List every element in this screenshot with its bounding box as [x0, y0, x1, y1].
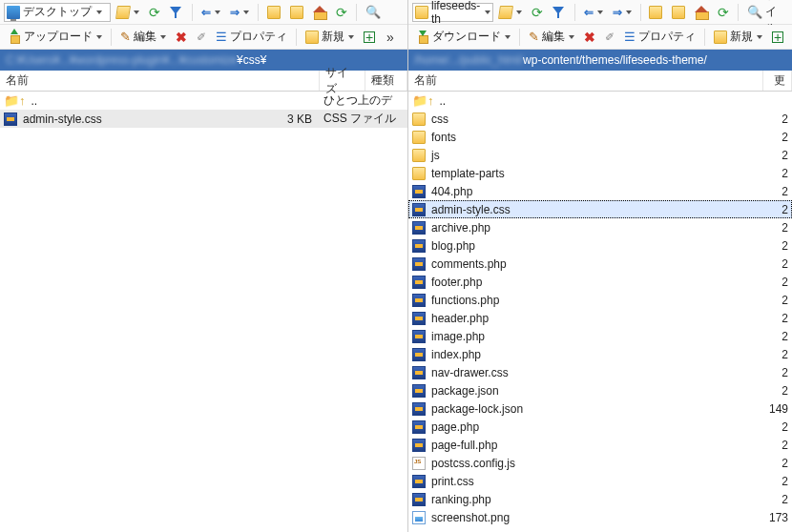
file-row[interactable]: package.json2	[408, 381, 792, 399]
remote-path-combo[interactable]: lifeseeds-th	[412, 3, 493, 22]
plus-icon: +	[364, 31, 375, 43]
home-button[interactable]	[309, 4, 330, 21]
json-file-icon	[412, 384, 426, 398]
file-row[interactable]: nav-drawer.css2	[408, 363, 792, 381]
chevron-down-icon	[757, 35, 762, 39]
file-name: package.json	[431, 384, 754, 398]
file-right: 2	[760, 203, 788, 216]
file-row[interactable]: template-parts2	[408, 164, 792, 182]
delete-icon: ✖	[584, 30, 595, 45]
file-row[interactable]: screenshot.png173	[408, 508, 792, 526]
col-size[interactable]: サイズ	[320, 71, 365, 91]
file-row[interactable]: footer.php2	[408, 273, 792, 291]
filter-icon	[552, 6, 566, 19]
file-row[interactable]: comments.php2	[408, 255, 792, 273]
file-right: 149	[760, 402, 788, 416]
col-last[interactable]: 更	[763, 71, 792, 91]
forward-button[interactable]: ⇒	[226, 4, 253, 21]
new-button[interactable]: 新規	[710, 27, 766, 47]
json-file-icon	[412, 402, 426, 416]
php-file-icon	[412, 312, 426, 325]
file-row[interactable]: admin-style.css2	[408, 200, 792, 218]
delete-button[interactable]: ✖	[580, 28, 599, 47]
remote-file-list[interactable]: 📁↑ .. css2fonts2js2template-parts2404.ph…	[408, 92, 792, 532]
file-row[interactable]: admin-style.css3 KBCSS ファイル	[0, 110, 407, 128]
find-button[interactable]: 🔍	[362, 3, 385, 21]
file-row[interactable]: ranking.php2	[408, 490, 792, 508]
file-right: 2	[760, 366, 788, 379]
refresh-button[interactable]: ⟳	[145, 4, 164, 21]
separator	[356, 4, 357, 21]
download-button[interactable]: ダウンロード	[412, 27, 514, 47]
local-path-combo[interactable]: デスクトップ	[4, 3, 111, 22]
css-file-icon	[4, 113, 17, 126]
remote-path-bar[interactable]: /home/.../public_html/wp-content/themes/…	[408, 50, 792, 71]
file-row[interactable]: functions.php2	[408, 291, 792, 309]
local-file-list[interactable]: 📁↑ .. ひとつ上のデ admin-style.css3 KBCSS ファイル	[0, 92, 407, 532]
back-button[interactable]: ⇐	[580, 4, 607, 21]
home-button[interactable]	[691, 4, 712, 21]
file-row[interactable]: header.php2	[408, 309, 792, 327]
refresh-button-2[interactable]: ⟳	[332, 4, 351, 21]
properties-button[interactable]: ☰プロパティ	[212, 27, 291, 47]
open-folder-button[interactable]	[113, 4, 143, 21]
delete-button[interactable]: ✖	[172, 28, 191, 47]
separator	[258, 4, 259, 21]
root-dir-button[interactable]	[668, 4, 689, 21]
open-folder-button[interactable]	[495, 4, 526, 21]
chevron-down-icon	[96, 35, 102, 39]
file-row[interactable]: fonts2	[408, 128, 792, 146]
file-right: 2	[760, 167, 788, 180]
rename-button[interactable]: ✐	[193, 29, 210, 46]
up-dir-button[interactable]	[263, 4, 284, 21]
file-row[interactable]: 404.php2	[408, 182, 792, 200]
properties-button[interactable]: ☰プロパティ	[620, 27, 699, 47]
local-pane: デスクトップ ⟳ ⇐ ⇒ ⟳ 🔍 アップロード ✎編集 ✖ ✐ ☰プロパティ	[0, 0, 408, 532]
css-file-icon	[412, 366, 426, 379]
refresh-button-2[interactable]: ⟳	[714, 4, 733, 21]
file-row[interactable]: print.css2	[408, 472, 792, 490]
chevron-down-icon	[215, 10, 220, 14]
file-row[interactable]: blog.php2	[408, 236, 792, 255]
edit-button[interactable]: ✎編集	[525, 27, 578, 47]
up-dir-label: ..	[440, 94, 755, 108]
local-combo-label: デスクトップ	[23, 4, 92, 20]
refresh-button[interactable]: ⟳	[528, 4, 547, 21]
col-type[interactable]: 種類	[365, 71, 407, 91]
file-row[interactable]: js2	[408, 146, 792, 164]
file-row[interactable]: image.php2	[408, 327, 792, 345]
up-dir-row[interactable]: 📁↑ .. ひとつ上のデ	[0, 92, 407, 110]
root-dir-button[interactable]	[286, 4, 307, 21]
file-row[interactable]: page-full.php2	[408, 436, 792, 454]
separator	[640, 4, 641, 21]
separator	[192, 4, 193, 21]
overflow-button[interactable]: »	[381, 30, 400, 45]
up-dir-button[interactable]	[645, 4, 666, 21]
col-name[interactable]: 名前	[0, 71, 320, 91]
chevron-down-icon	[160, 35, 166, 39]
up-dir-row[interactable]: 📁↑ ..	[408, 92, 792, 110]
file-row[interactable]: package-lock.json149	[408, 399, 792, 418]
col-name[interactable]: 名前	[408, 71, 763, 91]
file-right: 2	[760, 384, 788, 398]
file-name: css	[431, 113, 754, 126]
back-button[interactable]: ⇐	[198, 4, 224, 21]
rename-button[interactable]: ✐	[601, 29, 618, 46]
filter-button[interactable]	[166, 4, 187, 21]
remote-columns-header: 名前 更	[408, 71, 792, 92]
new-button[interactable]: 新規	[302, 27, 358, 47]
plus-button[interactable]: +	[360, 30, 379, 45]
file-row[interactable]: index.php2	[408, 345, 792, 363]
file-name: nav-drawer.css	[431, 366, 754, 379]
file-row[interactable]: archive.php2	[408, 218, 792, 236]
upload-button[interactable]: アップロード	[4, 27, 106, 47]
file-name: image.php	[431, 330, 754, 343]
file-row[interactable]: css2	[408, 110, 792, 128]
php-file-icon	[412, 276, 426, 289]
file-row[interactable]: postcss.config.js2	[408, 454, 792, 472]
edit-button[interactable]: ✎編集	[116, 27, 170, 47]
filter-button[interactable]	[549, 4, 570, 21]
file-row[interactable]: page.php2	[408, 418, 792, 436]
forward-button[interactable]: ⇒	[609, 4, 636, 21]
plus-button[interactable]: +	[768, 30, 787, 45]
